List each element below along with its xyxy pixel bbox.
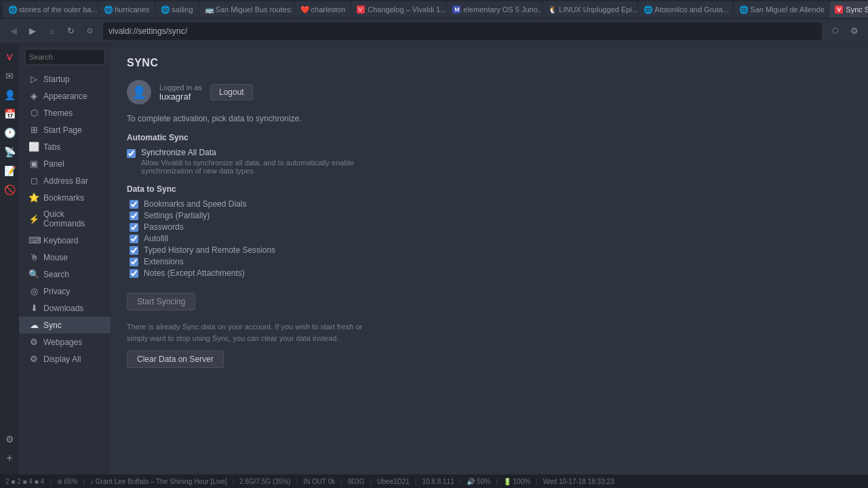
sidebar-item-themes[interactable]: ⬡ Themes <box>19 104 111 121</box>
memory-usage: 903G <box>348 478 364 485</box>
tab-elementary[interactable]: M elementary OS 5 Juno... <box>447 1 542 18</box>
sidebar-item-keyboard[interactable]: ⌨ Keyboard <box>19 232 111 249</box>
tab-favicon-sailing: 🌐 <box>161 5 169 14</box>
synchronize-all-checkbox[interactable] <box>127 149 136 158</box>
tab-changelog[interactable]: V Changelog – Vivaldi 1... <box>351 1 446 18</box>
network-usage: 2.6G/7.5G (35%) <box>239 478 291 485</box>
sync-bookmarks-label[interactable]: Bookmarks and Speed Dials <box>144 199 246 209</box>
contacts-icon-btn[interactable]: 👤 <box>1 87 18 103</box>
sync-extensions-checkbox[interactable] <box>130 258 138 266</box>
appearance-icon: ◈ <box>28 91 39 101</box>
tab-sailing[interactable]: 🌐 sailing <box>155 1 198 18</box>
reload-button[interactable]: ↻ <box>62 23 79 39</box>
themes-icon: ⬡ <box>28 108 39 118</box>
sidebar-search-input[interactable] <box>24 49 105 65</box>
sidebar-item-quick-commands[interactable]: ⚡ Quick Commands <box>19 206 111 232</box>
sidebar-item-bookmarks[interactable]: ⭐ Bookmarks <box>19 189 111 206</box>
quick-commands-icon: ⚡ <box>28 214 39 224</box>
sidebar-item-startup[interactable]: ▷ Startup <box>19 70 111 87</box>
tab-linux[interactable]: 🐧 LINUX Unplugged Epi... <box>542 1 637 18</box>
calendar-icon-btn[interactable]: 📅 <box>1 106 18 122</box>
sync-passwords-checkbox[interactable] <box>130 223 138 232</box>
blocked-icon-btn[interactable]: 🚫 <box>1 182 18 198</box>
start-syncing-button[interactable]: Start Syncing <box>127 293 195 310</box>
tab-favicon-atotonilco: 🌐 <box>644 5 652 14</box>
zoom-level: ⊕ 65% <box>57 478 78 485</box>
feeds-icon-btn[interactable]: 📡 <box>1 144 18 160</box>
notes-icon-btn[interactable]: 📝 <box>1 163 18 179</box>
panel-icon: ▣ <box>28 159 39 169</box>
clear-data-button[interactable]: Clear Data on Server <box>127 350 224 368</box>
sidebar-item-panel[interactable]: ▣ Panel <box>19 155 111 172</box>
tab-favicon-sync: V <box>835 5 843 14</box>
extensions-button[interactable]: ⬡ <box>827 23 844 39</box>
ip-address: 10.8.8.111 <box>422 478 454 485</box>
sidebar-item-privacy[interactable]: ◎ Privacy <box>19 283 111 300</box>
main-layout: V ✉ 👤 📅 🕐 📡 📝 🚫 ⚙ + ▷ Startup ◈ Appearan… <box>0 43 868 474</box>
sync-typed-history-checkbox[interactable] <box>130 246 138 255</box>
home-page-button[interactable]: ⊙ <box>81 23 98 39</box>
mail-icon-btn[interactable]: ✉ <box>1 68 18 84</box>
user-info: Logged in as luxagraf <box>159 83 202 102</box>
tab-stories[interactable]: 🌐 stories of the outer ba... <box>3 1 98 18</box>
sidebar-item-downloads[interactable]: ⬇ Downloads <box>19 300 111 317</box>
logout-button[interactable]: Logout <box>210 84 253 100</box>
bookmarks-icon: ⭐ <box>28 192 39 203</box>
username-label: luxagraf <box>159 92 202 102</box>
sidebar-item-sync[interactable]: ☁ Sync <box>19 317 111 333</box>
sidebar-item-tabs[interactable]: ⬜ Tabs <box>19 138 111 155</box>
tab-sync-settings[interactable]: V Sync Settings <box>829 1 868 18</box>
sync-settings-label[interactable]: Settings (Partially) <box>144 211 210 220</box>
sync-settings-row: Settings (Partially) <box>130 211 852 220</box>
address-bar[interactable]: vivaldi://settings/sync/ <box>103 22 822 40</box>
sync-typed-history-row: Typed History and Remote Sessions <box>130 245 852 255</box>
synchronize-all-label[interactable]: Synchronize All Data <box>141 148 372 157</box>
server-info-text: There is already Sync data on your accou… <box>127 321 371 344</box>
sync-autofill-label[interactable]: Autofill <box>144 234 168 243</box>
volume-level: 🔊 50% <box>467 478 490 485</box>
search-icon: 🔍 <box>28 269 39 279</box>
tab-hurricanes[interactable]: 🌐 hurricanes <box>98 1 155 18</box>
sidebar-item-appearance[interactable]: ◈ Appearance <box>19 87 111 104</box>
sync-notes-label[interactable]: Notes (Except Attachments) <box>144 268 245 278</box>
tab-charleston[interactable]: ❤️ charleston <box>295 1 351 18</box>
tab-atotonilco[interactable]: 🌐 Atotonilco and Gruta... <box>638 1 733 18</box>
sidebar-item-start-page[interactable]: ⊞ Start Page <box>19 121 111 138</box>
sidebar-item-webpages[interactable]: ⚙ Webpages <box>19 333 111 350</box>
start-page-icon: ⊞ <box>28 125 39 135</box>
sync-settings-checkbox[interactable] <box>130 211 138 220</box>
sync-notes-checkbox[interactable] <box>130 269 138 278</box>
sidebar-item-display-all[interactable]: ⚙ Display All <box>19 350 111 367</box>
sync-autofill-row: Autofill <box>130 234 852 243</box>
gear-icon-btn[interactable]: ⚙ <box>1 431 18 447</box>
tabs-icon: ⬜ <box>28 142 39 152</box>
data-sync-items: Bookmarks and Speed Dials Settings (Part… <box>130 199 852 278</box>
sync-bookmarks-checkbox[interactable] <box>130 200 138 209</box>
forward-button[interactable]: ▶ <box>24 23 41 39</box>
sidebar-item-search[interactable]: 🔍 Search <box>19 266 111 283</box>
sync-autofill-checkbox[interactable] <box>130 235 138 243</box>
synchronize-all-desc: Allow Vivaldi to synchronize all data, a… <box>141 159 372 175</box>
tab-san-miguel-bus[interactable]: 🚌 San Miguel Bus routes: <box>199 1 294 18</box>
vivaldi-icon-btn[interactable]: V <box>1 49 18 65</box>
tab-san-miguel[interactable]: 🌐 San Miguel de Allende <box>734 1 829 18</box>
status-bar: 2 ■ 2 ■ 4 ■ 4 | ⊕ 65% | ♪ Grant Lee Buff… <box>0 474 868 488</box>
webpages-icon: ⚙ <box>28 337 39 347</box>
sync-passwords-label[interactable]: Passwords <box>144 222 184 232</box>
sync-extensions-label[interactable]: Extensions <box>144 257 184 266</box>
settings-button[interactable]: ⚙ <box>846 23 863 39</box>
data-to-sync-section: Data to Sync Bookmarks and Speed Dials S… <box>127 184 852 278</box>
keyboard-icon: ⌨ <box>28 235 39 245</box>
back-button[interactable]: ◀ <box>5 23 22 39</box>
sync-typed-history-label[interactable]: Typed History and Remote Sessions <box>144 245 275 255</box>
startup-icon: ▷ <box>28 74 39 84</box>
history-icon-btn[interactable]: 🕐 <box>1 125 18 141</box>
settings-content: SYNC 👤 Logged in as luxagraf Logout To c… <box>111 43 868 474</box>
sidebar-item-mouse[interactable]: 🖱 Mouse <box>19 249 111 266</box>
home-button[interactable]: ⌂ <box>43 23 60 39</box>
sidebar-item-address-bar[interactable]: ◻ Address Bar <box>19 172 111 189</box>
add-icon-btn[interactable]: + <box>1 450 18 466</box>
datetime: Wed 10-17-18 18:33:23 <box>543 478 614 485</box>
tab-favicon-bus: 🚌 <box>205 5 213 14</box>
user-section: 👤 Logged in as luxagraf Logout <box>127 80 852 104</box>
